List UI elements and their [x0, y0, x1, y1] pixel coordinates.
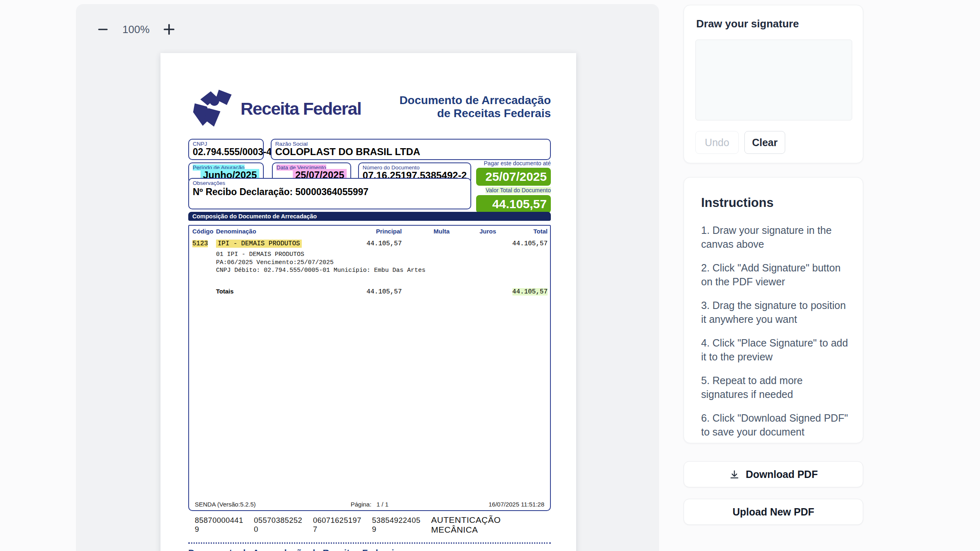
zoom-in-button[interactable] [158, 19, 180, 40]
instruction-step: 2. Click "Add Signature" button on the P… [701, 261, 851, 289]
composicao-section-header: Composição do Documento de Arrecadação [188, 212, 551, 221]
plus-icon [162, 22, 176, 36]
document-header: Receita Federal Documento de Arrecadação… [188, 87, 551, 131]
table-row-details: 01 IPI - DEMAIS PRODUTOS PA:06/2025 Venc… [216, 251, 550, 275]
download-icon [729, 469, 740, 480]
barcode-row: 85870000441 9 05570385252 0 06071625197 … [195, 515, 544, 535]
zoom-out-button[interactable] [92, 19, 114, 40]
signature-card: Draw your signature Undo Clear [684, 5, 863, 163]
instruction-step: 6. Click "Download Signed PDF" to save y… [701, 411, 851, 439]
clear-button[interactable]: Clear [744, 131, 785, 154]
valor-total-label: Valor Total do Documento [476, 187, 551, 193]
undo-button[interactable]: Undo [695, 131, 739, 154]
table-row: 5123 IPI - DEMAIS PRODUTOS 44.105,57 44.… [189, 240, 550, 247]
pagar-ate-value: 25/07/2025 [476, 168, 551, 186]
download-pdf-button[interactable]: Download PDF [684, 461, 863, 487]
instruction-step: 5. Repeat to add more signatures if need… [701, 373, 851, 401]
autenticacao-mecanica: AUTENTICAÇÃO MECÂNICA [431, 515, 534, 535]
receita-federal-logo: Receita Federal [190, 87, 361, 131]
instruction-step: 3. Drag the signature to position it any… [701, 298, 851, 326]
pagar-ate-label: Pagar este documento até [476, 160, 551, 167]
document-footer: SENDA (Versão:5.2.5) Página: 1 / 1 16/07… [189, 501, 550, 508]
instructions-title: Instructions [701, 196, 773, 210]
page-break-separator [188, 542, 551, 544]
valor-total-value: 44.105,57 [476, 195, 551, 213]
pdf-page: Receita Federal Documento de Arrecadação… [160, 53, 576, 551]
field-razao-social: Razão Social COLOPLAST DO BRASIL LTDA [271, 139, 551, 160]
document-title: Documento de Arrecadação de Receitas Fed… [399, 94, 551, 120]
minus-icon [97, 23, 109, 36]
table-totals-row: Totais 44.105,57 44.105,57 [189, 288, 550, 295]
zoom-toolbar: 100% [92, 19, 180, 40]
receita-federal-logo-icon [190, 87, 238, 131]
instruction-step: 1. Draw your signature in the canvas abo… [701, 223, 851, 251]
field-cnpj: CNPJ 02.794.555/0003-40 [188, 139, 264, 160]
upload-new-pdf-button[interactable]: Upload New PDF [684, 499, 863, 525]
signature-canvas[interactable] [695, 40, 852, 120]
instructions-card: Instructions 1. Draw your signature in t… [684, 177, 863, 443]
field-observacoes: Observações Nº Recibo Declaração: 500003… [188, 178, 471, 209]
table-header-row: Código Denominação Principal Multa Juros… [189, 228, 550, 235]
instruction-step: 4. Click "Place Signature" to add it to … [701, 336, 851, 364]
zoom-level: 100% [114, 23, 158, 36]
signature-buttons: Undo Clear [695, 131, 785, 154]
composicao-table: Código Denominação Principal Multa Juros… [188, 225, 551, 511]
footer-page: Página: 1 / 1 [189, 501, 550, 508]
logo-text: Receita Federal [241, 99, 361, 119]
pdf-viewer-panel: 100% Receita F [76, 4, 659, 551]
signature-card-title: Draw your signature [696, 18, 799, 30]
next-page-header: Documento de Arrecadação de Receitas Fed… [188, 548, 551, 551]
instructions-steps: 1. Draw your signature in the canvas abo… [701, 223, 851, 449]
